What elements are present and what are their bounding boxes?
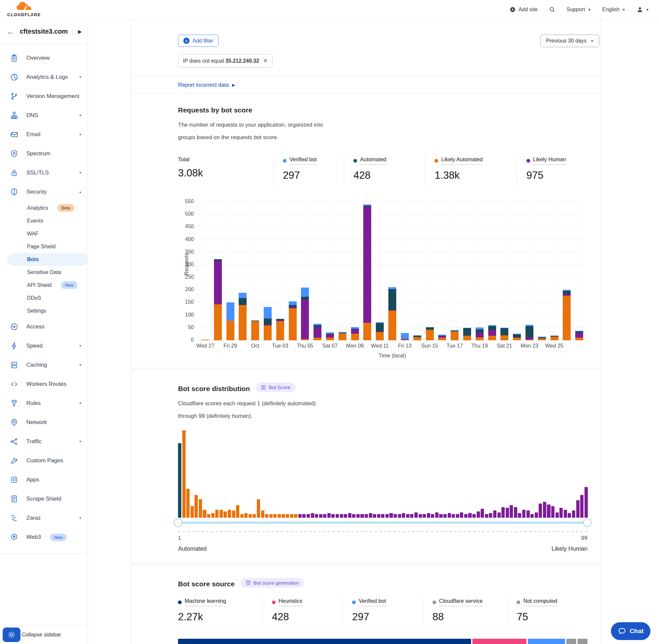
back-arrow-icon[interactable]: ← (6, 28, 15, 36)
sidebar-item-email[interactable]: Email▼ (0, 125, 88, 144)
sidebar-item-scrape-shield[interactable]: Scrape Shield (0, 489, 88, 508)
sidebar-item-access[interactable]: Access (0, 317, 88, 336)
sidebar-item-label: SSL/TLS (26, 169, 49, 176)
histogram-bar (282, 514, 285, 518)
sidebar-item-overview[interactable]: Overview (0, 48, 88, 68)
book-icon (245, 580, 251, 585)
sidebar-item-label: Custom Pages (26, 457, 63, 464)
bar-segment-automated (301, 297, 309, 299)
sidebar-item-label: Page Shield (27, 244, 55, 250)
sidebar-item-api-shield[interactable]: API ShieldNew (0, 279, 88, 292)
sidebar-item-analytics[interactable]: AnalyticsBeta (0, 202, 88, 214)
stat-label-text[interactable]: Automated (360, 156, 386, 165)
bar-segment-likely-automated (202, 340, 209, 340)
bot-score-badge[interactable]: Bot Score (256, 383, 296, 392)
cloudflare-logo[interactable]: CLOUDFLARE (7, 2, 41, 17)
search-button[interactable] (549, 6, 556, 13)
sidebar-item-spectrum[interactable]: Spectrum (0, 144, 88, 163)
chevron-right-icon[interactable]: ▶ (78, 29, 82, 34)
stat-verified-bot: Verified bot297 (343, 597, 423, 627)
sidebar-item-zaraz[interactable]: Zaraz▼ (0, 508, 88, 528)
bar-slot (536, 202, 548, 340)
stat-label-text[interactable]: Verified bot (359, 598, 386, 606)
stat-label-text[interactable]: Likely Human (533, 156, 566, 165)
sidebar-item-traffic[interactable]: Traffic▼ (0, 432, 88, 451)
sidebar: ← cftestsite3.com ▶ OverviewAnalytics & … (0, 20, 88, 644)
filter-bar: + Add filter IP does not equal 35.212.24… (131, 20, 601, 76)
score-range-slider[interactable] (178, 519, 587, 527)
sidebar-item-workers-routes[interactable]: Workers Routes (0, 374, 88, 394)
bar-segment-likely-human (326, 335, 334, 338)
histogram-bar (522, 510, 525, 518)
x-tick-label: Thu 19 (471, 343, 488, 349)
sidebar-item-network[interactable]: Network (0, 413, 88, 432)
sidebar-item-ddos[interactable]: DDoS (0, 292, 88, 304)
stat-value: 2.27k (178, 611, 259, 623)
source-proportion-bar (178, 639, 587, 644)
stat-label-text[interactable]: Not computed (523, 598, 557, 606)
report-incorrect-data-link[interactable]: Report incorrect data ▶ (178, 82, 235, 88)
bar-segment-likely-automated (251, 321, 259, 340)
stat-label-text[interactable]: Heuristics (279, 598, 302, 606)
histogram-bar (286, 514, 289, 518)
dns-icon (10, 111, 19, 120)
stat-label-text[interactable]: Verified bot (289, 156, 317, 165)
bar-slot (573, 202, 586, 340)
sidebar-item-rules[interactable]: Rules▼ (0, 394, 88, 413)
bar-segment-likely-human (476, 333, 484, 337)
collapse-sidebar-button[interactable]: Collapse sidebar (0, 625, 88, 644)
support-menu[interactable]: Support ▼ (567, 6, 591, 13)
x-tick-label: Mon 23 (521, 343, 538, 349)
sidebar-item-custom-pages[interactable]: Custom Pages (0, 451, 88, 470)
sidebar-item-events[interactable]: Events (0, 214, 88, 227)
histogram-bar (539, 504, 542, 518)
chat-button[interactable]: Chat (611, 622, 651, 640)
sidebar-item-analytics-logs[interactable]: Analytics & Logs▼ (0, 68, 88, 87)
gear-icon[interactable] (3, 627, 20, 642)
histogram-bar (472, 514, 476, 518)
stat-label: Machine learning (178, 598, 226, 606)
slider-handle-min[interactable] (174, 519, 182, 527)
date-range-dropdown[interactable]: Previous 30 days ▼ (540, 34, 599, 47)
bar-segment-likely-automated (476, 337, 484, 340)
stat-label-text[interactable]: Cloudflare service (439, 598, 483, 606)
stat-label-text[interactable]: Likely Automated (441, 156, 483, 165)
sidebar-item-caching[interactable]: Caching▼ (0, 355, 88, 374)
close-icon[interactable]: ✕ (263, 58, 268, 64)
site-selector[interactable]: ← cftestsite3.com ▶ (0, 20, 88, 44)
sidebar-item-speed[interactable]: Speed▼ (0, 336, 88, 355)
requests-card: + Add filter IP does not equal 35.212.24… (131, 20, 601, 368)
sidebar-item-page-shield[interactable]: Page Shield (0, 240, 88, 253)
sidebar-item-dns[interactable]: DNS▼ (0, 106, 88, 125)
sidebar-item-apps[interactable]: Apps (0, 470, 88, 489)
bot-score-generation-badge[interactable]: Bot score generation (241, 578, 304, 588)
sidebar-item-bots[interactable]: Bots (7, 253, 88, 266)
sidebar-item-label: Settings (27, 308, 46, 314)
sidebar-item-settings[interactable]: Settings (0, 304, 88, 317)
sidebar-item-label: Traffic (26, 438, 42, 445)
filter-chip[interactable]: IP does not equal 35.212.240.32 ✕ (178, 54, 273, 68)
account-menu[interactable]: ▼ (637, 6, 649, 13)
language-menu[interactable]: English ▼ (602, 6, 626, 13)
bar-slot (498, 202, 511, 340)
bar-slot (511, 202, 523, 340)
bar-segment-likely-automated (500, 335, 508, 340)
bar-segment-likely-automated (326, 338, 334, 340)
sidebar-item-version-management[interactable]: Version Management (0, 87, 88, 106)
histogram-bar (307, 514, 310, 518)
slider-handle-max[interactable] (583, 519, 592, 527)
bar-segment-automated (389, 289, 396, 310)
sidebar-item-web3[interactable]: Web3New (0, 528, 88, 547)
sidebar-item-ssl-tls[interactable]: SSL/TLS▼ (0, 163, 88, 182)
x-tick-label: Sat 07 (323, 343, 337, 349)
stat-label-text[interactable]: Machine learning (185, 598, 226, 606)
slider-track[interactable] (178, 522, 587, 524)
histogram-bar (257, 499, 260, 518)
sidebar-item-sensitive-data[interactable]: Sensitive Data (0, 266, 88, 279)
funnel-icon (10, 399, 19, 408)
x-tick-label: Fri 13 (398, 343, 411, 349)
sidebar-item-security[interactable]: Security▲ (0, 182, 88, 202)
add-site-button[interactable]: Add site (509, 6, 538, 13)
add-filter-button[interactable]: + Add filter (178, 34, 218, 47)
sidebar-item-waf[interactable]: WAF (0, 227, 88, 240)
